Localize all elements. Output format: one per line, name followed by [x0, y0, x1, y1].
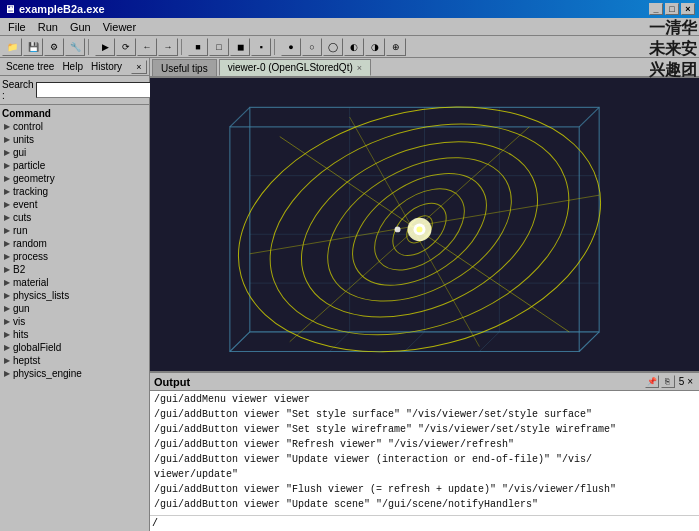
toolbar-btn-8[interactable]: ■: [188, 38, 208, 56]
cmd-item-event[interactable]: ▶event: [2, 198, 147, 211]
command-section: Command ▶control▶units▶gui▶particle▶geom…: [0, 105, 149, 531]
close-button[interactable]: ×: [681, 3, 695, 15]
toolbar-btn-14[interactable]: ◯: [323, 38, 343, 56]
cmd-item-gun[interactable]: ▶gun: [2, 302, 147, 315]
cmd-item-process[interactable]: ▶process: [2, 250, 147, 263]
cmd-item-heptst[interactable]: ▶heptst: [2, 354, 147, 367]
cmd-arrow: ▶: [4, 161, 10, 170]
cmd-arrow: ▶: [4, 304, 10, 313]
output-copy-btn[interactable]: ⎘: [661, 375, 675, 388]
toolbar-sep-1: [88, 39, 92, 55]
output-title: Output: [154, 376, 190, 388]
app-icon: 🖥: [4, 3, 15, 15]
output-line: /gui/addButton viewer "Refresh viewer" "…: [154, 438, 695, 452]
toolbar-btn-15[interactable]: ◐: [344, 38, 364, 56]
output-size-label: 5 ×: [679, 376, 693, 387]
cmd-arrow: ▶: [4, 343, 10, 352]
output-header: Output 📌 ⎘ 5 ×: [150, 373, 699, 391]
toolbar-btn-13[interactable]: ○: [302, 38, 322, 56]
output-input-area: [150, 515, 699, 531]
scene-tree-tab[interactable]: Scene tree: [2, 58, 58, 76]
cmd-label: globalField: [13, 342, 61, 353]
cmd-arrow: ▶: [4, 135, 10, 144]
toolbar-btn-3[interactable]: 🔧: [65, 38, 85, 56]
output-line: /gui/addMenu viewer viewer: [154, 393, 695, 407]
toolbar-btn-17[interactable]: ⊕: [386, 38, 406, 56]
history-tab[interactable]: History: [87, 58, 126, 76]
cmd-label: control: [13, 121, 43, 132]
cmd-label: B2: [13, 264, 25, 275]
help-tab[interactable]: Help: [58, 58, 87, 76]
cmd-arrow: ▶: [4, 213, 10, 222]
viewer-tab-close[interactable]: ×: [357, 63, 362, 73]
cmd-item-B2[interactable]: ▶B2: [2, 263, 147, 276]
main-area: Scene tree Help History × Search : Comma…: [0, 58, 699, 531]
cmd-label: tracking: [13, 186, 48, 197]
svg-point-35: [395, 226, 401, 232]
toolbar-btn-0[interactable]: 📁: [2, 38, 22, 56]
cmd-item-physics_engine[interactable]: ▶physics_engine: [2, 367, 147, 380]
cmd-item-geometry[interactable]: ▶geometry: [2, 172, 147, 185]
cmd-item-physics_lists[interactable]: ▶physics_lists: [2, 289, 147, 302]
cmd-label: event: [13, 199, 37, 210]
menu-gun[interactable]: Gun: [64, 20, 97, 34]
menu-file[interactable]: File: [2, 20, 32, 34]
maximize-button[interactable]: □: [665, 3, 679, 15]
toolbar-btn-2[interactable]: ⚙: [44, 38, 64, 56]
menu-viewer[interactable]: Viewer: [97, 20, 142, 34]
toolbar-btn-16[interactable]: ◑: [365, 38, 385, 56]
cmd-arrow: ▶: [4, 330, 10, 339]
toolbar-btn-9[interactable]: □: [209, 38, 229, 56]
right-area: Useful tips viewer-0 (OpenGLStoredQt) ×: [150, 58, 699, 531]
output-line: /gui/addButton viewer "Set style surface…: [154, 408, 695, 422]
cmd-item-control[interactable]: ▶control: [2, 120, 147, 133]
output-pin-btn[interactable]: 📌: [645, 375, 659, 388]
cmd-arrow: ▶: [4, 317, 10, 326]
cmd-item-globalField[interactable]: ▶globalField: [2, 341, 147, 354]
toolbar-btn-5[interactable]: ⟳: [116, 38, 136, 56]
cmd-item-hits[interactable]: ▶hits: [2, 328, 147, 341]
search-input[interactable]: [36, 82, 169, 98]
cmd-arrow: ▶: [4, 252, 10, 261]
cmd-arrow: ▶: [4, 278, 10, 287]
toolbar-btn-11[interactable]: ▪: [251, 38, 271, 56]
output-command-input[interactable]: [152, 518, 697, 529]
title-text: exampleB2a.exe: [19, 3, 105, 15]
command-header: Command: [2, 107, 147, 120]
cmd-label: vis: [13, 316, 25, 327]
useful-tips-tab[interactable]: Useful tips: [152, 59, 217, 76]
cmd-arrow: ▶: [4, 369, 10, 378]
toolbar-btn-12[interactable]: ●: [281, 38, 301, 56]
cmd-item-material[interactable]: ▶material: [2, 276, 147, 289]
cmd-label: gui: [13, 147, 26, 158]
output-line: /gui/addButton viewer "Update viewer (in…: [154, 453, 695, 467]
output-line: /gui/addButton viewer "Update scene" "/g…: [154, 498, 695, 512]
cmd-label: process: [13, 251, 48, 262]
search-area: Search :: [0, 76, 149, 105]
viewer-main-tab[interactable]: viewer-0 (OpenGLStoredQt) ×: [219, 59, 371, 76]
cmd-label: gun: [13, 303, 30, 314]
window-controls[interactable]: _ □ ×: [649, 3, 695, 15]
cmd-item-random[interactable]: ▶random: [2, 237, 147, 250]
cmd-label: particle: [13, 160, 45, 171]
left-panel-collapse[interactable]: ×: [131, 60, 147, 74]
toolbar-btn-10[interactable]: ◼: [230, 38, 250, 56]
cmd-item-run[interactable]: ▶run: [2, 224, 147, 237]
viewer-canvas[interactable]: [150, 78, 699, 371]
toolbar-btn-6[interactable]: ←: [137, 38, 157, 56]
cmd-item-particle[interactable]: ▶particle: [2, 159, 147, 172]
cmd-label: run: [13, 225, 27, 236]
toolbar-btn-1[interactable]: 💾: [23, 38, 43, 56]
cmd-item-tracking[interactable]: ▶tracking: [2, 185, 147, 198]
cmd-item-units[interactable]: ▶units: [2, 133, 147, 146]
toolbar-btn-4[interactable]: ▶: [95, 38, 115, 56]
cmd-item-cuts[interactable]: ▶cuts: [2, 211, 147, 224]
menu-run[interactable]: Run: [32, 20, 64, 34]
cmd-arrow: ▶: [4, 200, 10, 209]
cmd-arrow: ▶: [4, 239, 10, 248]
cmd-arrow: ▶: [4, 265, 10, 274]
minimize-button[interactable]: _: [649, 3, 663, 15]
cmd-item-vis[interactable]: ▶vis: [2, 315, 147, 328]
toolbar-btn-7[interactable]: →: [158, 38, 178, 56]
cmd-item-gui[interactable]: ▶gui: [2, 146, 147, 159]
